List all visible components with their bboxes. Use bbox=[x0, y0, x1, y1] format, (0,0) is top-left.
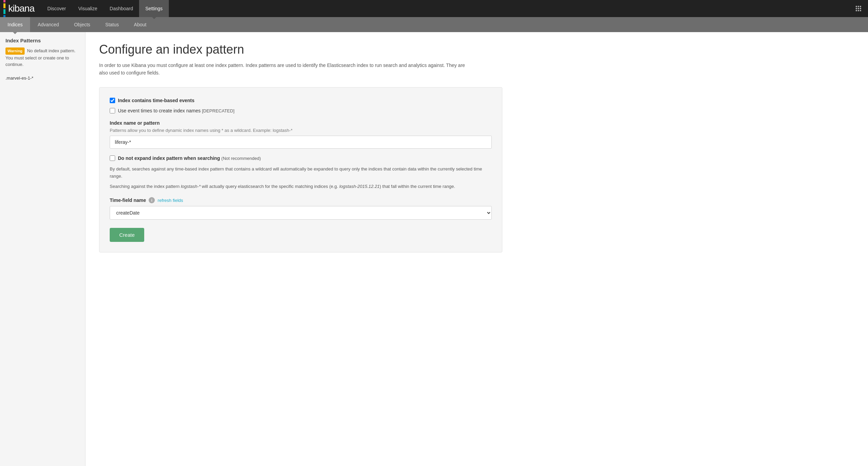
warning-message: Warning No default index pattern. You mu… bbox=[0, 47, 85, 73]
expand-desc2-prefix: Searching against the index pattern bbox=[110, 184, 181, 189]
deprecated-tag: [DEPRECATED] bbox=[202, 108, 234, 113]
top-navigation: kibana Discover Visualize Dashboard Sett… bbox=[0, 0, 868, 17]
time-field-select[interactable]: createDate bbox=[110, 206, 492, 220]
no-expand-label: Do not expand index pattern when searchi… bbox=[118, 155, 261, 161]
logo-bar-pink bbox=[3, 0, 5, 2]
time-based-events-checkbox[interactable] bbox=[110, 98, 115, 103]
not-recommended-note: (Not recommended) bbox=[221, 156, 261, 161]
event-times-checkbox[interactable] bbox=[110, 108, 115, 113]
configure-form: Index contains time-based events Use eve… bbox=[99, 87, 502, 252]
grid-dot bbox=[860, 8, 861, 9]
subnav-advanced[interactable]: Advanced bbox=[30, 17, 66, 32]
nav-dashboard[interactable]: Dashboard bbox=[104, 0, 139, 17]
no-expand-row: Do not expand index pattern when searchi… bbox=[110, 155, 492, 161]
index-pattern-label: Index name or pattern bbox=[110, 120, 492, 126]
logo-bar-teal bbox=[3, 9, 5, 14]
grid-dot bbox=[856, 10, 857, 11]
nav-discover[interactable]: Discover bbox=[41, 0, 72, 17]
grid-dot bbox=[858, 8, 859, 9]
expand-desc2-italic2: logstash-2015.12.21 bbox=[339, 184, 380, 189]
grid-dot bbox=[856, 8, 857, 9]
time-field-label: Time-field name bbox=[110, 197, 146, 203]
grid-dot bbox=[860, 10, 861, 11]
logo-bar-yellow bbox=[3, 3, 5, 8]
no-expand-checkbox[interactable] bbox=[110, 155, 115, 161]
nav-visualize[interactable]: Visualize bbox=[72, 0, 104, 17]
expand-desc2-middle: will actually query elasticsearch for th… bbox=[201, 184, 339, 189]
time-field-label-row: Time-field name i refresh fields bbox=[110, 197, 492, 203]
logo-text: kibana bbox=[8, 3, 35, 14]
index-pattern-hint: Patterns allow you to define dynamic ind… bbox=[110, 128, 492, 133]
expand-description-2: Searching against the index pattern logs… bbox=[110, 183, 486, 190]
no-expand-label-text: Do not expand index pattern when searchi… bbox=[118, 155, 220, 161]
index-pattern-item[interactable]: .marvel-es-1-* bbox=[0, 73, 85, 83]
expand-description-1: By default, searches against any time-ba… bbox=[110, 166, 486, 180]
nav-settings[interactable]: Settings bbox=[139, 0, 169, 17]
grid-dot bbox=[856, 6, 857, 7]
grid-dot bbox=[858, 6, 859, 7]
index-pattern-input[interactable]: liferay-* bbox=[110, 136, 492, 149]
subnav-status[interactable]: Status bbox=[98, 17, 126, 32]
refresh-fields-link[interactable]: refresh fields bbox=[158, 198, 183, 203]
settings-subnav: Indices Advanced Objects Status About bbox=[0, 17, 868, 32]
subnav-about[interactable]: About bbox=[126, 17, 154, 32]
event-times-label: Use event times to create index names [D… bbox=[118, 108, 234, 113]
kibana-logo: kibana bbox=[3, 0, 35, 20]
expand-desc2-suffix: ) that fall within the current time rang… bbox=[380, 184, 455, 189]
event-times-label-text: Use event times to create index names bbox=[118, 108, 201, 113]
page-description: In order to use Kibana you must configur… bbox=[99, 61, 475, 77]
event-times-row: Use event times to create index names [D… bbox=[110, 108, 492, 113]
grid-dot bbox=[858, 10, 859, 11]
grid-dot bbox=[860, 6, 861, 7]
subnav-indices[interactable]: Indices bbox=[0, 17, 30, 32]
top-nav-items: Discover Visualize Dashboard Settings bbox=[41, 0, 169, 17]
main-layout: Index Patterns Warning No default index … bbox=[0, 32, 868, 466]
grid-icon bbox=[856, 6, 861, 11]
subnav-objects[interactable]: Objects bbox=[67, 17, 98, 32]
sidebar: Index Patterns Warning No default index … bbox=[0, 32, 85, 466]
expand-desc2-italic1: logstash-* bbox=[181, 184, 201, 189]
main-content: Configure an index pattern In order to u… bbox=[85, 32, 868, 466]
logo-bars bbox=[3, 0, 5, 20]
info-icon[interactable]: i bbox=[149, 197, 155, 203]
warning-badge: Warning bbox=[5, 47, 25, 55]
time-based-events-label: Index contains time-based events bbox=[118, 98, 194, 103]
grid-menu-icon[interactable] bbox=[852, 6, 865, 11]
page-title: Configure an index pattern bbox=[99, 42, 854, 57]
time-based-events-row: Index contains time-based events bbox=[110, 98, 492, 103]
create-button[interactable]: Create bbox=[110, 228, 144, 242]
sidebar-title: Index Patterns bbox=[0, 38, 85, 47]
